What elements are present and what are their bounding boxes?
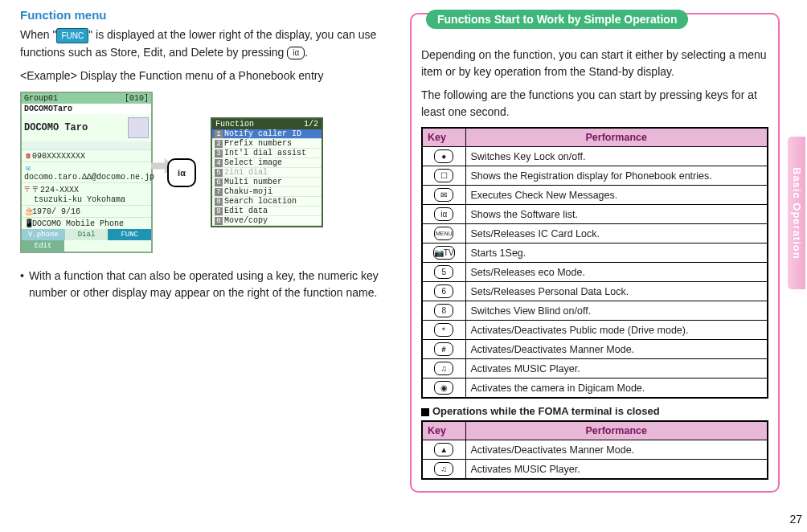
- popup-item: 3Int'l dial assist: [212, 149, 322, 158]
- key-icon: ＊: [434, 323, 453, 337]
- popup-item: 4Select image: [212, 158, 322, 168]
- phone-carrier: DOCOMO Mobile Phone: [32, 219, 124, 228]
- closed-heading: Operations while the FOMA terminal is cl…: [421, 405, 768, 417]
- th-key-2: Key: [422, 421, 465, 440]
- feature-box: Functions Start to Work by Simple Operat…: [410, 13, 780, 493]
- softkey-vphone: V.phone: [22, 229, 65, 240]
- box-intro-2: The following are the functions you can …: [421, 87, 768, 121]
- phone-index: [010]: [125, 94, 149, 103]
- key-table: Key Performance ●Switches Key Lock on/of…: [421, 127, 768, 399]
- key-icon: ☐: [434, 169, 453, 182]
- performance-cell: Switches Key Lock on/off.: [465, 147, 768, 166]
- performance-cell: Activates/Deactivates Manner Mode.: [465, 340, 768, 359]
- th-key: Key: [422, 128, 465, 147]
- contact-avatar: [128, 117, 149, 138]
- performance-cell: Sets/Releases eco Mode.: [465, 263, 768, 282]
- popup-item: 7Chaku-moji: [212, 187, 322, 197]
- performance-cell: Activates/Deactivates Manner Mode.: [465, 440, 768, 460]
- th-performance-2: Performance: [465, 421, 768, 440]
- intro-text-a: When ": [20, 28, 56, 41]
- key-icon: 6: [434, 284, 453, 298]
- key-icon: ▲: [434, 443, 453, 456]
- arrow-key-graphic: iα: [167, 158, 196, 187]
- performance-cell: Shows the Registration display for Phone…: [465, 166, 768, 186]
- table-row: ▲Activates/Deactivates Manner Mode.: [422, 440, 768, 460]
- table-row: ✉Executes Check New Messages.: [422, 186, 768, 205]
- intro-text-c: .: [305, 46, 308, 59]
- popup-item: 9Edit data: [212, 207, 322, 216]
- table-row: ☐Shows the Registration display for Phon…: [422, 166, 768, 186]
- popup-title: Function: [215, 120, 254, 129]
- phone-zip: 〒224-XXXX: [32, 186, 79, 194]
- phone-addr: tsuzuki-ku Yokohama: [34, 195, 125, 204]
- side-tab-label: Basic Operation: [791, 167, 803, 260]
- square-bullet-icon: [421, 408, 429, 416]
- popup-page: 1/2: [304, 120, 318, 129]
- example-label: <Example> Display the Function menu of a…: [20, 68, 382, 85]
- phone-bday-icon: 🎂: [24, 207, 32, 216]
- performance-cell: Activates MUSIC Player.: [465, 460, 768, 480]
- key-table-closed: Key Performance ▲Activates/Deactivates M…: [421, 420, 768, 480]
- performance-cell: Starts 1Seg.: [465, 243, 768, 263]
- phone-tel-icon: ☎: [24, 151, 32, 161]
- performance-cell: Sets/Releases IC Card Lock.: [465, 224, 768, 243]
- performance-cell: Activates the camera in Digicam Mode.: [465, 379, 768, 399]
- performance-cell: Switches View Blind on/off.: [465, 301, 768, 321]
- note-list: With a function that can also be operate…: [20, 268, 382, 301]
- example-row: Group01[010] DOCOMOTaro DOCOMO Taro ☎090…: [20, 92, 382, 253]
- intro-paragraph: When "FUNC" is displayed at the lower ri…: [20, 27, 382, 61]
- performance-cell: Activates MUSIC Player.: [465, 359, 768, 379]
- popup-item: 6Multi number: [212, 178, 322, 187]
- table-row: ◉Activates the camera in Digicam Mode.: [422, 379, 768, 399]
- key-icon: ◉: [434, 381, 453, 395]
- key-icon: ✉: [434, 188, 453, 202]
- table-row: 8Switches View Blind on/off.: [422, 301, 768, 321]
- key-icon: MENU: [434, 227, 453, 240]
- softkey-func: FUNC: [108, 229, 151, 240]
- key-icon: ●: [434, 149, 453, 163]
- phone-tab-icons: [22, 141, 151, 149]
- closed-heading-text: Operations while the FOMA terminal is cl…: [432, 405, 660, 417]
- box-intro-1: Depending on the function, you can start…: [421, 47, 768, 80]
- phone-group: Group01: [24, 94, 58, 103]
- func-badge: FUNC: [56, 28, 88, 44]
- table-row: 5Sets/Releases eco Mode.: [422, 263, 768, 282]
- performance-cell: Activates/Deactivates Public mode (Drive…: [465, 321, 768, 340]
- softkey-dial: Dial: [65, 229, 109, 240]
- performance-cell: Shows the Software list.: [465, 205, 768, 224]
- phone-reading: DOCOMOTaro: [22, 104, 151, 114]
- note-text: With a function that can also be operate…: [29, 268, 382, 301]
- table-row: ♫Activates MUSIC Player.: [422, 359, 768, 379]
- phone-name: DOCOMO Taro: [24, 122, 88, 133]
- table-row: ＊Activates/Deactivates Public mode (Driv…: [422, 321, 768, 340]
- popup-item: 2Prefix numbers: [212, 139, 322, 149]
- key-icon: 📷TV: [433, 246, 455, 260]
- performance-cell: Executes Check New Messages.: [465, 186, 768, 205]
- table-row: ♫Activates MUSIC Player.: [422, 460, 768, 480]
- phone-mail: docomo.taro.ΔΔ@docomo.ne.jp: [24, 173, 154, 182]
- table-row: ＃Activates/Deactivates Manner Mode.: [422, 340, 768, 359]
- key-icon: ＃: [434, 342, 453, 356]
- page-number: 27: [789, 513, 802, 526]
- key-icon: iα: [434, 207, 453, 221]
- key-icon: ♫: [434, 362, 453, 375]
- popup-item: 0Move/copy: [212, 216, 322, 226]
- th-performance: Performance: [465, 128, 768, 147]
- key-icon: 8: [434, 304, 453, 317]
- box-heading-pill: Functions Start to Work by Simple Operat…: [426, 10, 688, 29]
- phonebook-screenshot: Group01[010] DOCOMOTaro DOCOMO Taro ☎090…: [20, 92, 153, 253]
- table-row: 📷TVStarts 1Seg.: [422, 243, 768, 263]
- table-row: iαShows the Software list.: [422, 205, 768, 224]
- phone-carrier-icon: 📱: [24, 219, 32, 228]
- performance-cell: Sets/Releases Personal Data Lock.: [465, 282, 768, 301]
- table-row: 6Sets/Releases Personal Data Lock.: [422, 282, 768, 301]
- side-tab: Basic Operation: [788, 137, 805, 289]
- phone-tel: 090XXXXXXXX: [32, 152, 85, 161]
- table-row: MENUSets/Releases IC Card Lock.: [422, 224, 768, 243]
- ir-key-large: iα: [167, 158, 196, 187]
- key-icon: ♫: [434, 462, 453, 476]
- phone-mail-icon: ✉: [24, 163, 32, 173]
- ir-key-icon: iα: [287, 47, 305, 59]
- section-heading: Function menu: [20, 8, 382, 22]
- ir-key-label: iα: [178, 168, 186, 178]
